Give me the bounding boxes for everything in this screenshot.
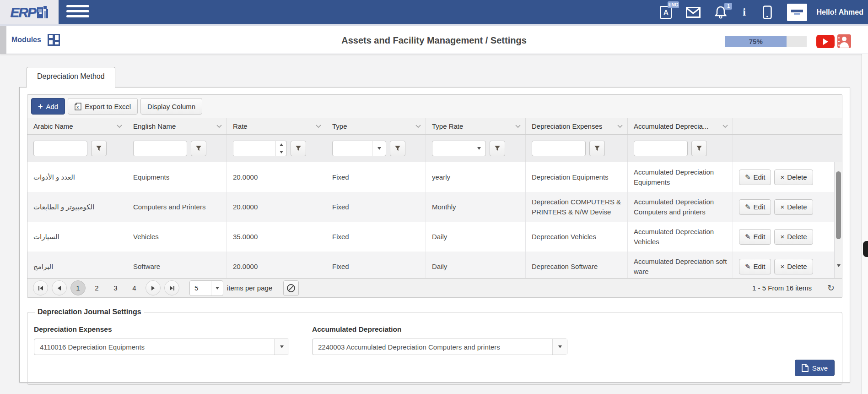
main-panel: Depreciation Method + Add x bbox=[19, 66, 850, 383]
display-column-button[interactable]: Display Column bbox=[140, 98, 202, 115]
filter-type-rate-button[interactable] bbox=[490, 141, 505, 156]
spinner-down-icon bbox=[276, 148, 286, 156]
select-arrow-icon bbox=[472, 141, 485, 156]
filter-arabic-name-input[interactable] bbox=[33, 141, 87, 156]
mobile-icon[interactable] bbox=[760, 5, 775, 20]
last-page-button[interactable] bbox=[164, 280, 179, 296]
page-1-button[interactable]: 1 bbox=[70, 280, 86, 296]
table-row[interactable]: السيارات Vehicles 35.0000 Fixed Daily De… bbox=[27, 222, 835, 252]
menu-hamburger-icon[interactable] bbox=[66, 5, 89, 19]
filter-type-rate-select[interactable] bbox=[432, 141, 486, 156]
table-row[interactable]: الكومبيوتر و الطابعات Computers and Prin… bbox=[27, 192, 835, 222]
next-page-button[interactable] bbox=[146, 280, 161, 296]
page-2-button[interactable]: 2 bbox=[89, 280, 104, 296]
table-row[interactable]: العدد و الأدوات Equipments 20.0000 Fixed… bbox=[27, 162, 835, 192]
app-logo-text: ERP bbox=[10, 5, 36, 20]
funnel-icon bbox=[295, 145, 302, 151]
mail-icon[interactable] bbox=[685, 5, 701, 20]
funnel-icon bbox=[594, 145, 600, 151]
table-row[interactable]: البرامج Software 20.0000 Fixed Daily Dep… bbox=[27, 252, 835, 278]
edit-button[interactable]: ✎ Edit bbox=[739, 229, 771, 245]
filter-rate-input[interactable] bbox=[233, 141, 275, 156]
info-icon[interactable]: i bbox=[740, 5, 748, 20]
sub-header-bar: Modules Assets and Facility Management /… bbox=[0, 24, 868, 54]
delete-button[interactable]: × Delete bbox=[774, 170, 813, 185]
add-button[interactable]: + Add bbox=[31, 98, 65, 115]
app-logo-building-icon bbox=[37, 5, 49, 19]
filter-type-select[interactable] bbox=[332, 141, 386, 156]
depreciation-grid: + Add x Export to Excel Display Column bbox=[27, 94, 842, 298]
export-to-excel-button[interactable]: x Export to Excel bbox=[68, 98, 138, 115]
notifications-bell-icon[interactable]: 1 bbox=[713, 5, 728, 20]
depreciation-expenses-select[interactable]: 4110016 Depreciation Equipments bbox=[34, 339, 289, 355]
select-arrow-icon bbox=[274, 339, 289, 355]
language-icon[interactable]: A ENG bbox=[658, 5, 674, 20]
page-scrollbar[interactable] bbox=[862, 54, 868, 394]
tab-content: + Add x Export to Excel Display Column bbox=[19, 87, 850, 383]
select-arrow-icon bbox=[552, 339, 567, 355]
close-icon: × bbox=[780, 203, 784, 211]
close-icon: × bbox=[780, 233, 784, 241]
column-header-depreciation-expenses[interactable]: Depreciation Expenses bbox=[526, 118, 628, 134]
close-icon: × bbox=[780, 263, 784, 270]
select-arrow-icon bbox=[211, 281, 223, 296]
items-per-page-label: items per page bbox=[227, 284, 272, 292]
delete-button[interactable]: × Delete bbox=[774, 229, 813, 245]
progress-label: 75% bbox=[749, 38, 763, 45]
column-header-type-rate[interactable]: Type Rate bbox=[426, 118, 526, 134]
edit-button[interactable]: ✎ Edit bbox=[739, 199, 771, 215]
page-4-button[interactable]: 4 bbox=[127, 280, 142, 296]
save-button[interactable]: Save bbox=[795, 360, 835, 376]
column-header-arabic-name[interactable]: Arabic Name bbox=[27, 118, 127, 134]
edit-button[interactable]: ✎ Edit bbox=[739, 170, 771, 185]
refresh-icon[interactable]: ↻ bbox=[827, 283, 835, 293]
user-greeting[interactable]: Hello! Ahmed bbox=[816, 8, 863, 16]
notification-count-badge: 1 bbox=[724, 3, 732, 10]
funnel-icon bbox=[494, 145, 501, 151]
filter-depreciation-expenses-button[interactable] bbox=[589, 141, 605, 156]
progress-bar-fill: 75% bbox=[725, 36, 787, 47]
no-filter-icon bbox=[287, 284, 295, 292]
user-avatar[interactable] bbox=[787, 4, 807, 21]
column-header-rate[interactable]: Rate bbox=[227, 118, 326, 134]
previous-page-button[interactable] bbox=[52, 280, 67, 296]
chevron-down-icon bbox=[722, 125, 728, 128]
filter-english-name-button[interactable] bbox=[191, 141, 206, 156]
accumulated-depreciation-select[interactable]: 2240003 Accumulated Depreciation Compute… bbox=[312, 339, 567, 355]
page-3-button[interactable]: 3 bbox=[108, 280, 123, 296]
edit-button[interactable]: ✎ Edit bbox=[739, 259, 771, 274]
grid-scrollbar[interactable] bbox=[835, 162, 842, 278]
grid-pager: 1 2 3 4 5 items per page 1 - 5 From 16 i… bbox=[27, 278, 842, 297]
tab-depreciation-method[interactable]: Depreciation Method bbox=[27, 67, 115, 88]
page-size-select[interactable]: 5 bbox=[189, 280, 223, 296]
app-logo[interactable]: ERP bbox=[0, 0, 59, 24]
depreciation-journal-settings: Depreciation Journal Settings Depreciati… bbox=[27, 308, 842, 385]
filter-accumulated-depreciation-input[interactable] bbox=[634, 141, 688, 156]
filter-accumulated-depreciation-button[interactable] bbox=[691, 141, 707, 156]
filter-english-name-input[interactable] bbox=[133, 141, 187, 156]
column-header-actions bbox=[733, 118, 835, 134]
filter-rate-button[interactable] bbox=[291, 141, 306, 156]
scrollbar-thumb[interactable] bbox=[836, 171, 841, 239]
grid-data-area: العدد و الأدوات Equipments 20.0000 Fixed… bbox=[27, 162, 842, 278]
column-header-type[interactable]: Type bbox=[326, 118, 426, 134]
support-contact-icon[interactable] bbox=[837, 34, 851, 48]
journal-legend: Depreciation Journal Settings bbox=[35, 308, 144, 316]
rate-spinner[interactable] bbox=[275, 141, 286, 156]
delete-button[interactable]: × Delete bbox=[774, 199, 813, 215]
column-header-accumulated-depreciation[interactable]: Accumulated Deprecia... bbox=[628, 118, 733, 134]
youtube-icon[interactable] bbox=[816, 35, 835, 48]
excel-icon: x bbox=[75, 103, 81, 110]
filter-type-button[interactable] bbox=[390, 141, 405, 156]
column-header-english-name[interactable]: English Name bbox=[127, 118, 227, 134]
funnel-icon bbox=[96, 145, 102, 151]
clear-filters-button[interactable] bbox=[283, 280, 299, 296]
first-page-button[interactable] bbox=[33, 280, 48, 296]
filter-arabic-name-button[interactable] bbox=[91, 141, 107, 156]
grid-header-row: Arabic Name English Name Rate Type Type … bbox=[27, 118, 842, 135]
edge-drag-handle[interactable] bbox=[863, 241, 868, 257]
left-edge-strip bbox=[0, 26, 6, 54]
delete-button[interactable]: × Delete bbox=[774, 259, 813, 274]
filter-depreciation-expenses-input[interactable] bbox=[532, 141, 586, 156]
chevron-down-icon bbox=[316, 125, 321, 128]
